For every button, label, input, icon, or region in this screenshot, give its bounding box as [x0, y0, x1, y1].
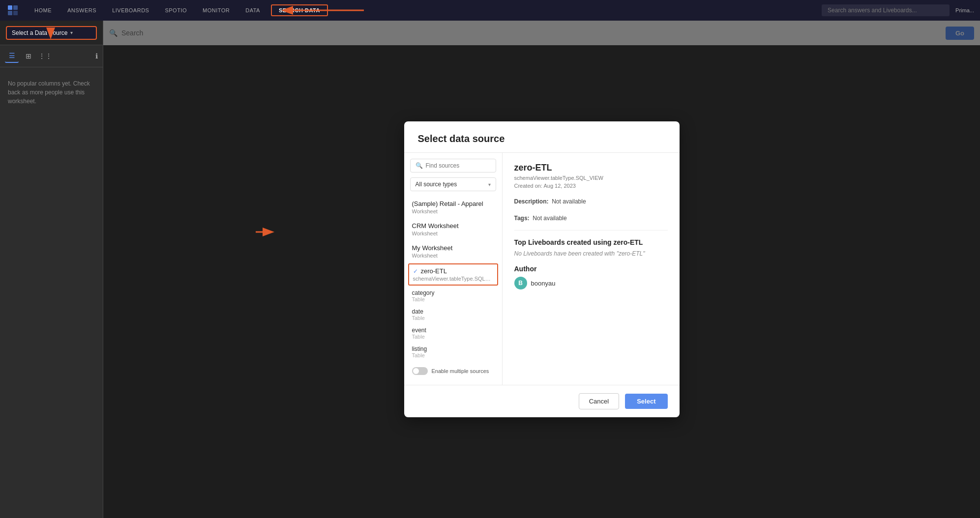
source-list: 🔍 All source types ▾ (Sample) Retail - A… [404, 153, 503, 385]
sub-item-date-type: Table [412, 315, 494, 321]
source-search-input[interactable] [426, 162, 491, 169]
svg-rect-0 [8, 5, 12, 10]
source-search-container: 🔍 [410, 159, 496, 173]
sub-item-listing[interactable]: listing Table [404, 343, 502, 361]
enable-multiple-row: Enable multiple sources [404, 363, 502, 379]
tab-columns-icon[interactable]: ⋮⋮ [38, 49, 52, 63]
detail-title: zero-ETL [514, 163, 668, 173]
author-avatar: B [514, 277, 527, 289]
main-area: Select a Data Source ▾ ☰ ⊞ ⋮⋮ ℹ No popul… [0, 21, 980, 518]
author-row: B boonyau [514, 277, 668, 289]
modal-footer: Cancel Select [404, 385, 680, 417]
left-panel-header: Select a Data Source ▾ [0, 21, 103, 45]
select-button[interactable]: Select [625, 394, 667, 409]
toggle-knob [413, 368, 419, 374]
modal-overlay: Select data source 🔍 All source types ▾ [103, 21, 980, 518]
user-info: Prima... [955, 7, 974, 13]
nav-home[interactable]: HOME [28, 0, 59, 21]
sub-item-date[interactable]: date Table [404, 305, 502, 324]
author-name: boonyau [531, 280, 556, 287]
content-area: 🔍 Go Select data source 🔍 [103, 21, 980, 518]
source-item-crm-type: Worksheet [412, 230, 491, 236]
detail-meta-type: schemaViewer.tableType.SQL_VIEW [514, 175, 668, 181]
chevron-down-icon: ▾ [70, 30, 73, 35]
global-search-input[interactable] [822, 4, 950, 16]
left-panel: Select a Data Source ▾ ☰ ⊞ ⋮⋮ ℹ No popul… [0, 21, 103, 518]
sub-item-date-name: date [412, 308, 494, 315]
liveboards-empty: No Liveboards have been created with "ze… [514, 250, 668, 257]
modal-title: Select data source [418, 133, 666, 144]
sub-item-event-type: Table [412, 334, 494, 340]
svg-rect-2 [8, 11, 12, 15]
datasource-selector-label: Select a Data Source [12, 29, 67, 36]
source-item-zeroetl[interactable]: ✓ zero-ETL schemaViewer.tableType.SQL_VI… [409, 264, 497, 285]
source-item-zeroetl-name: ✓ zero-ETL [413, 267, 493, 275]
description-label: Description: Not available [514, 198, 586, 205]
select-datasource-modal: Select data source 🔍 All source types ▾ [404, 121, 680, 417]
source-item-myworksheet[interactable]: My Worksheet Worksheet [404, 240, 502, 262]
author-title: Author [514, 265, 668, 273]
nav-answers[interactable]: ANSWERS [60, 0, 103, 21]
search-data-button[interactable]: Search data [271, 4, 328, 16]
sub-item-listing-name: listing [412, 345, 494, 352]
nav-data[interactable]: DATA [238, 0, 267, 21]
app-logo [6, 3, 20, 17]
left-panel-tabs: ☰ ⊞ ⋮⋮ ℹ [0, 45, 103, 67]
source-item-retail-type: Worksheet [412, 208, 491, 214]
source-item-zeroetl-type: schemaViewer.tableType.SQL_VIEW [413, 276, 492, 282]
tab-list-icon[interactable]: ☰ [5, 49, 19, 63]
datasource-selector[interactable]: Select a Data Source ▾ [6, 26, 97, 40]
source-item-retail[interactable]: (Sample) Retail - Apparel Worksheet [404, 196, 502, 218]
dropdown-chevron-icon: ▾ [488, 182, 491, 187]
detail-description: Description: Not available [514, 197, 668, 205]
nav-monitor[interactable]: MONITOR [196, 0, 237, 21]
svg-rect-1 [13, 5, 18, 10]
source-item-crm-name: CRM Worksheet [412, 222, 494, 230]
detail-tags: Tags: Not available [514, 213, 668, 222]
cancel-button[interactable]: Cancel [579, 393, 619, 409]
sub-item-event[interactable]: event Table [404, 324, 502, 343]
sub-item-category-name: category [412, 289, 494, 296]
enable-multiple-label: Enable multiple sources [432, 368, 489, 374]
left-panel-empty-text: No popular columns yet. Check back as mo… [0, 67, 103, 117]
tab-grid-icon[interactable]: ⊞ [22, 49, 35, 63]
source-search-icon: 🔍 [416, 162, 423, 169]
top-navigation: HOME ANSWERS LIVEBOARDS SPOTIO MONITOR D… [0, 0, 980, 21]
info-icon[interactable]: ℹ [95, 52, 98, 60]
source-item-retail-name: (Sample) Retail - Apparel [412, 200, 494, 207]
source-item-myworksheet-type: Worksheet [412, 253, 491, 259]
source-item-zeroetl-wrapper[interactable]: ✓ zero-ETL schemaViewer.tableType.SQL_VI… [408, 263, 498, 286]
detail-meta-created: Created on: Aug 12, 2023 [514, 183, 668, 189]
nav-liveboards[interactable]: LIVEBOARDS [105, 0, 156, 21]
source-type-dropdown[interactable]: All source types ▾ [410, 177, 496, 191]
svg-rect-3 [13, 11, 18, 15]
source-item-myworksheet-name: My Worksheet [412, 244, 494, 252]
source-detail-panel: zero-ETL schemaViewer.tableType.SQL_VIEW… [503, 153, 680, 385]
sub-item-event-name: event [412, 327, 494, 334]
sub-item-category-type: Table [412, 296, 494, 302]
liveboards-title: Top Liveboards created using zero-ETL [514, 230, 668, 246]
source-type-label: All source types [416, 181, 457, 188]
sub-item-listing-type: Table [412, 352, 494, 358]
modal-header: Select data source [404, 121, 680, 153]
source-item-crm[interactable]: CRM Worksheet Worksheet [404, 218, 502, 240]
tags-label: Tags: Not available [514, 215, 567, 222]
checkmark-icon: ✓ [413, 268, 418, 275]
modal-body: 🔍 All source types ▾ (Sample) Retail - A… [404, 153, 680, 385]
sub-item-category[interactable]: category Table [404, 287, 502, 305]
enable-multiple-toggle[interactable] [412, 367, 428, 375]
nav-spotio[interactable]: SPOTIO [158, 0, 194, 21]
